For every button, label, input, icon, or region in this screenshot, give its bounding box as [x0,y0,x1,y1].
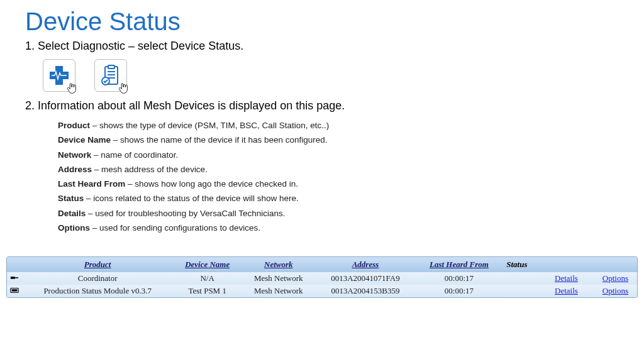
step-1-text: 1. Select Diagnostic – select Device Sta… [25,40,619,53]
cursor-hand-icon [118,81,130,95]
step-2-text: 2. Information about all Mesh Devices is… [25,99,619,112]
device-status-table: Product Device Name Network Address Last… [6,256,638,298]
col-device-name[interactable]: Device Name [173,257,242,272]
field-definitions: Product – shows the type of device (PSM,… [58,119,619,235]
svg-rect-3 [108,65,114,69]
definition-line: Status – icons related to the status of … [58,192,619,206]
options-link[interactable]: Options [602,286,628,295]
cell-last-heard: 00:00:17 [416,272,503,285]
col-details [540,257,586,272]
device-status-icon[interactable] [94,59,127,92]
cell-device-name: Test PSM 1 [173,285,242,297]
details-link[interactable]: Details [555,286,578,295]
svg-rect-8 [11,277,15,279]
cell-status [502,285,540,297]
definition-line: Product – shows the type of device (PSM,… [58,119,619,133]
cell-status [502,272,540,285]
row-type-icon [7,285,22,297]
diagnostic-icon[interactable] [43,59,75,92]
icon-row [43,59,619,92]
cell-network: Mesh Network [242,272,315,285]
row-type-icon [7,272,22,285]
page-title: Device Status [25,8,619,36]
col-options [587,257,637,272]
col-status: Status [502,257,540,272]
definition-line: Options – used for sending configuration… [58,221,619,235]
options-link[interactable]: Options [602,273,628,283]
cell-device-name: N/A [173,272,242,285]
cell-network: Mesh Network [242,285,315,297]
definition-line: Last Heard From – shows how long ago the… [58,177,619,191]
cell-product: Coordinator [22,272,173,285]
definition-line: Address – mesh address of the device. [58,163,619,177]
col-address[interactable]: Address [315,257,415,272]
definition-line: Details – used for troubleshooting by Ve… [58,207,619,221]
col-icon [7,257,22,272]
cell-address: 0013A20041071FA9 [315,272,415,285]
cell-address: 0013A2004153B359 [315,285,415,297]
table-row: Production Status Module v0.3.7Test PSM … [7,285,637,297]
col-product[interactable]: Product [22,257,173,272]
definition-line: Device Name – shows the name of the devi… [58,133,619,147]
col-network[interactable]: Network [242,257,315,272]
cursor-hand-icon [66,81,79,95]
cell-last-heard: 00:00:17 [416,285,503,297]
col-last-heard[interactable]: Last Heard From [416,257,503,272]
svg-rect-11 [12,289,18,292]
cell-product: Production Status Module v0.3.7 [22,285,173,297]
details-link[interactable]: Details [555,273,578,283]
table-row: CoordinatorN/AMesh Network0013A20041071F… [7,272,637,285]
definition-line: Network – name of coordinator. [58,148,619,162]
